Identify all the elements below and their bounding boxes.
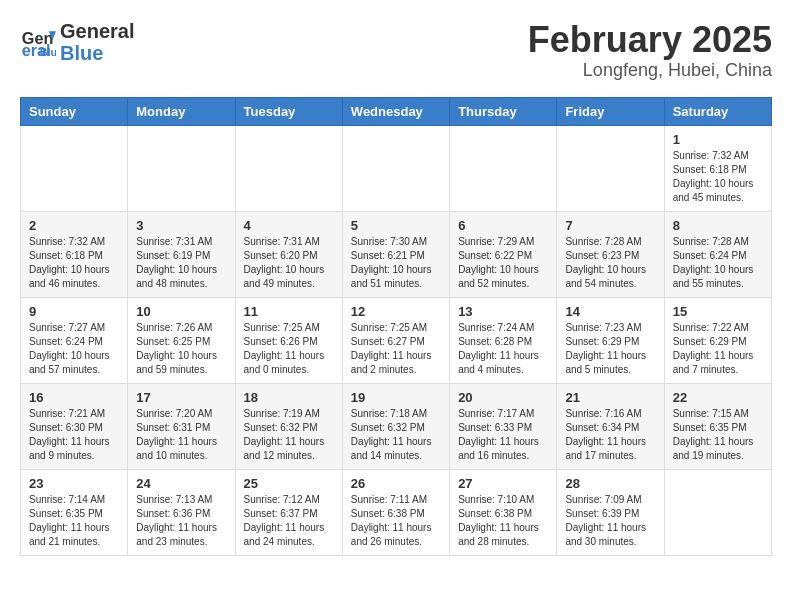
day-number: 19: [351, 390, 441, 405]
day-number: 17: [136, 390, 226, 405]
day-cell: [235, 125, 342, 211]
day-cell: 16Sunrise: 7:21 AM Sunset: 6:30 PM Dayli…: [21, 383, 128, 469]
day-info: Sunrise: 7:20 AM Sunset: 6:31 PM Dayligh…: [136, 407, 226, 463]
day-cell: 22Sunrise: 7:15 AM Sunset: 6:35 PM Dayli…: [664, 383, 771, 469]
calendar-body: 1Sunrise: 7:32 AM Sunset: 6:18 PM Daylig…: [21, 125, 772, 555]
day-cell: 1Sunrise: 7:32 AM Sunset: 6:18 PM Daylig…: [664, 125, 771, 211]
day-cell: 27Sunrise: 7:10 AM Sunset: 6:38 PM Dayli…: [450, 469, 557, 555]
calendar-header: SundayMondayTuesdayWednesdayThursdayFrid…: [21, 97, 772, 125]
week-row-3: 9Sunrise: 7:27 AM Sunset: 6:24 PM Daylig…: [21, 297, 772, 383]
day-cell: 6Sunrise: 7:29 AM Sunset: 6:22 PM Daylig…: [450, 211, 557, 297]
day-number: 23: [29, 476, 119, 491]
logo-blue: Blue: [60, 42, 134, 64]
day-number: 25: [244, 476, 334, 491]
calendar-subtitle: Longfeng, Hubei, China: [528, 60, 772, 81]
day-info: Sunrise: 7:21 AM Sunset: 6:30 PM Dayligh…: [29, 407, 119, 463]
day-cell: 20Sunrise: 7:17 AM Sunset: 6:33 PM Dayli…: [450, 383, 557, 469]
day-cell: 28Sunrise: 7:09 AM Sunset: 6:39 PM Dayli…: [557, 469, 664, 555]
day-cell: [342, 125, 449, 211]
day-number: 18: [244, 390, 334, 405]
day-info: Sunrise: 7:31 AM Sunset: 6:19 PM Dayligh…: [136, 235, 226, 291]
day-info: Sunrise: 7:25 AM Sunset: 6:26 PM Dayligh…: [244, 321, 334, 377]
day-info: Sunrise: 7:26 AM Sunset: 6:25 PM Dayligh…: [136, 321, 226, 377]
day-info: Sunrise: 7:27 AM Sunset: 6:24 PM Dayligh…: [29, 321, 119, 377]
day-cell: 12Sunrise: 7:25 AM Sunset: 6:27 PM Dayli…: [342, 297, 449, 383]
day-cell: 21Sunrise: 7:16 AM Sunset: 6:34 PM Dayli…: [557, 383, 664, 469]
day-info: Sunrise: 7:14 AM Sunset: 6:35 PM Dayligh…: [29, 493, 119, 549]
day-info: Sunrise: 7:25 AM Sunset: 6:27 PM Dayligh…: [351, 321, 441, 377]
day-number: 21: [565, 390, 655, 405]
day-number: 20: [458, 390, 548, 405]
day-cell: [128, 125, 235, 211]
day-cell: 23Sunrise: 7:14 AM Sunset: 6:35 PM Dayli…: [21, 469, 128, 555]
day-info: Sunrise: 7:24 AM Sunset: 6:28 PM Dayligh…: [458, 321, 548, 377]
day-info: Sunrise: 7:31 AM Sunset: 6:20 PM Dayligh…: [244, 235, 334, 291]
week-row-5: 23Sunrise: 7:14 AM Sunset: 6:35 PM Dayli…: [21, 469, 772, 555]
day-info: Sunrise: 7:32 AM Sunset: 6:18 PM Dayligh…: [673, 149, 763, 205]
day-cell: 3Sunrise: 7:31 AM Sunset: 6:19 PM Daylig…: [128, 211, 235, 297]
weekday-friday: Friday: [557, 97, 664, 125]
day-number: 27: [458, 476, 548, 491]
day-info: Sunrise: 7:16 AM Sunset: 6:34 PM Dayligh…: [565, 407, 655, 463]
day-number: 9: [29, 304, 119, 319]
day-number: 1: [673, 132, 763, 147]
day-info: Sunrise: 7:15 AM Sunset: 6:35 PM Dayligh…: [673, 407, 763, 463]
day-cell: [664, 469, 771, 555]
logo-icon: Gen eral Blue: [20, 24, 56, 60]
day-number: 8: [673, 218, 763, 233]
day-number: 14: [565, 304, 655, 319]
day-info: Sunrise: 7:13 AM Sunset: 6:36 PM Dayligh…: [136, 493, 226, 549]
day-cell: [450, 125, 557, 211]
day-number: 6: [458, 218, 548, 233]
day-info: Sunrise: 7:28 AM Sunset: 6:24 PM Dayligh…: [673, 235, 763, 291]
day-info: Sunrise: 7:22 AM Sunset: 6:29 PM Dayligh…: [673, 321, 763, 377]
week-row-1: 1Sunrise: 7:32 AM Sunset: 6:18 PM Daylig…: [21, 125, 772, 211]
svg-text:Blue: Blue: [40, 46, 56, 58]
day-info: Sunrise: 7:09 AM Sunset: 6:39 PM Dayligh…: [565, 493, 655, 549]
day-number: 11: [244, 304, 334, 319]
day-number: 15: [673, 304, 763, 319]
day-cell: 5Sunrise: 7:30 AM Sunset: 6:21 PM Daylig…: [342, 211, 449, 297]
weekday-monday: Monday: [128, 97, 235, 125]
day-info: Sunrise: 7:28 AM Sunset: 6:23 PM Dayligh…: [565, 235, 655, 291]
day-cell: 10Sunrise: 7:26 AM Sunset: 6:25 PM Dayli…: [128, 297, 235, 383]
header: Gen eral Blue General Blue February 2025…: [20, 20, 772, 81]
logo-general: General: [60, 20, 134, 42]
calendar-title: February 2025: [528, 20, 772, 60]
title-section: February 2025 Longfeng, Hubei, China: [528, 20, 772, 81]
day-cell: 9Sunrise: 7:27 AM Sunset: 6:24 PM Daylig…: [21, 297, 128, 383]
day-cell: 11Sunrise: 7:25 AM Sunset: 6:26 PM Dayli…: [235, 297, 342, 383]
day-cell: 25Sunrise: 7:12 AM Sunset: 6:37 PM Dayli…: [235, 469, 342, 555]
day-cell: [21, 125, 128, 211]
weekday-header-row: SundayMondayTuesdayWednesdayThursdayFrid…: [21, 97, 772, 125]
day-info: Sunrise: 7:12 AM Sunset: 6:37 PM Dayligh…: [244, 493, 334, 549]
day-cell: 14Sunrise: 7:23 AM Sunset: 6:29 PM Dayli…: [557, 297, 664, 383]
day-cell: 8Sunrise: 7:28 AM Sunset: 6:24 PM Daylig…: [664, 211, 771, 297]
day-cell: 18Sunrise: 7:19 AM Sunset: 6:32 PM Dayli…: [235, 383, 342, 469]
day-number: 16: [29, 390, 119, 405]
day-cell: 2Sunrise: 7:32 AM Sunset: 6:18 PM Daylig…: [21, 211, 128, 297]
weekday-sunday: Sunday: [21, 97, 128, 125]
calendar-table: SundayMondayTuesdayWednesdayThursdayFrid…: [20, 97, 772, 556]
day-cell: 4Sunrise: 7:31 AM Sunset: 6:20 PM Daylig…: [235, 211, 342, 297]
day-number: 22: [673, 390, 763, 405]
day-number: 13: [458, 304, 548, 319]
day-info: Sunrise: 7:23 AM Sunset: 6:29 PM Dayligh…: [565, 321, 655, 377]
day-cell: [557, 125, 664, 211]
logo: Gen eral Blue General Blue: [20, 20, 134, 64]
day-number: 10: [136, 304, 226, 319]
day-cell: 17Sunrise: 7:20 AM Sunset: 6:31 PM Dayli…: [128, 383, 235, 469]
day-number: 4: [244, 218, 334, 233]
week-row-2: 2Sunrise: 7:32 AM Sunset: 6:18 PM Daylig…: [21, 211, 772, 297]
week-row-4: 16Sunrise: 7:21 AM Sunset: 6:30 PM Dayli…: [21, 383, 772, 469]
day-info: Sunrise: 7:17 AM Sunset: 6:33 PM Dayligh…: [458, 407, 548, 463]
day-info: Sunrise: 7:29 AM Sunset: 6:22 PM Dayligh…: [458, 235, 548, 291]
weekday-thursday: Thursday: [450, 97, 557, 125]
day-cell: 24Sunrise: 7:13 AM Sunset: 6:36 PM Dayli…: [128, 469, 235, 555]
weekday-wednesday: Wednesday: [342, 97, 449, 125]
day-number: 28: [565, 476, 655, 491]
weekday-tuesday: Tuesday: [235, 97, 342, 125]
day-cell: 7Sunrise: 7:28 AM Sunset: 6:23 PM Daylig…: [557, 211, 664, 297]
day-number: 26: [351, 476, 441, 491]
day-info: Sunrise: 7:32 AM Sunset: 6:18 PM Dayligh…: [29, 235, 119, 291]
